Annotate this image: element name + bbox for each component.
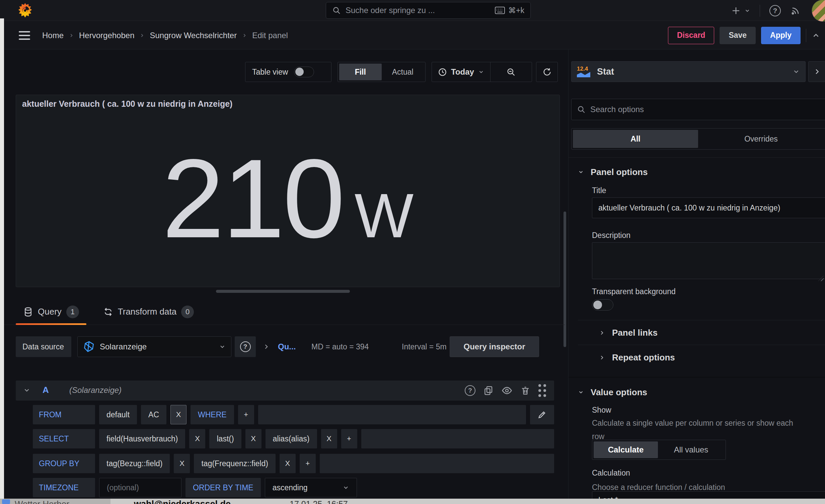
panel-resize-handle[interactable] — [216, 290, 350, 293]
chevron-right-icon — [69, 33, 74, 38]
description-textarea[interactable] — [592, 242, 825, 279]
discard-button[interactable]: Discard — [668, 27, 714, 44]
remove-tag-1-button[interactable]: X — [174, 454, 190, 473]
avatar[interactable] — [812, 0, 825, 22]
refresh-icon — [542, 67, 552, 77]
tab-query[interactable]: Query 1 — [16, 299, 86, 325]
datasource-picker[interactable]: Solaranzeige — [77, 336, 231, 357]
select-keyword[interactable]: SELECT — [33, 429, 95, 448]
remove-field-button[interactable]: X — [189, 429, 205, 448]
chevron-down-icon — [23, 387, 30, 394]
all-values-option[interactable]: All values — [658, 441, 724, 458]
breadcrumb-bar: Home Hervorgehoben Sungrow Wechselrichte… — [0, 21, 825, 50]
table-view-toggle[interactable] — [294, 67, 314, 77]
breadcrumb-home[interactable]: Home — [42, 31, 64, 40]
query-actions: ? — [465, 381, 546, 401]
global-search[interactable]: ⌘+k — [326, 2, 531, 19]
orderby-select[interactable]: ascending — [265, 478, 357, 497]
calculation-select[interactable]: Last * — [592, 491, 825, 499]
row-filler — [258, 405, 526, 424]
chevron-down-icon — [744, 8, 750, 14]
query-from-row: FROM default AC X WHERE + — [33, 405, 554, 424]
collapse-options-pane-button[interactable] — [808, 61, 825, 82]
add-select-button[interactable]: + — [341, 429, 357, 448]
options-search-input[interactable] — [590, 105, 820, 114]
remove-alias-button[interactable]: X — [321, 429, 337, 448]
add-groupby-button[interactable]: + — [300, 454, 316, 473]
copy-icon — [483, 386, 494, 396]
tab-query-label: Query — [38, 307, 62, 317]
tab-overrides[interactable]: Overrides — [698, 130, 824, 148]
apply-button[interactable]: Apply — [761, 27, 801, 44]
query-header[interactable]: A (Solaranzeige) ? — [16, 381, 554, 401]
tab-transform[interactable]: Transform data 0 — [96, 299, 201, 325]
search-input[interactable] — [346, 6, 495, 15]
remove-function-button[interactable]: X — [245, 429, 261, 448]
stat-value: 210 — [162, 143, 343, 255]
groupby-keyword[interactable]: GROUP BY — [33, 454, 95, 473]
groupby-tag-1[interactable]: tag(Bezug::field) — [99, 454, 170, 473]
remove-measurement-button[interactable]: X — [170, 405, 186, 424]
zoom-out-button[interactable] — [491, 62, 532, 82]
chevron-down-icon — [219, 343, 226, 350]
query-collapse-icon[interactable] — [23, 387, 30, 394]
timezone-keyword[interactable]: TIMEZONE — [33, 478, 95, 497]
value-options-section-header[interactable]: Value options — [578, 384, 647, 400]
add-where-button[interactable]: + — [238, 405, 254, 424]
select-function[interactable]: last() — [209, 429, 241, 448]
calculate-option[interactable]: Calculate — [594, 441, 658, 458]
max-data-points: MD = auto = 394 — [311, 336, 369, 357]
database-icon — [23, 307, 33, 317]
fill-option[interactable]: Fill — [339, 64, 382, 80]
time-range-picker[interactable]: Today — [432, 62, 490, 82]
duplicate-query-button[interactable] — [483, 386, 494, 396]
query-options-link[interactable]: Qu... — [278, 336, 296, 357]
query-help-button[interactable]: ? — [465, 385, 475, 396]
from-measurement[interactable]: AC — [141, 405, 166, 424]
add-button[interactable] — [731, 6, 750, 16]
where-keyword[interactable]: WHERE — [191, 405, 234, 424]
save-button[interactable]: Save — [720, 27, 756, 44]
title-input[interactable] — [592, 197, 825, 218]
datasource-help-button[interactable]: ? — [235, 336, 256, 357]
grafana-logo-icon[interactable] — [17, 3, 33, 18]
menu-toggle-icon[interactable] — [19, 31, 30, 40]
chevron-down-icon — [578, 169, 584, 175]
options-search[interactable] — [571, 99, 825, 120]
background-window-strip[interactable]: Wetter Herber wahl@niederkassel.de 17.01… — [0, 499, 825, 504]
repeat-options-section[interactable]: Repeat options — [569, 347, 825, 367]
select-field[interactable]: field(Hausverbrauch) — [99, 429, 185, 448]
refresh-button[interactable] — [536, 62, 558, 82]
breadcrumb-dashboard[interactable]: Sungrow Wechselrichter — [150, 31, 237, 40]
delete-query-button[interactable] — [520, 386, 530, 396]
from-keyword[interactable]: FROM — [33, 405, 95, 424]
toggle-query-visibility-button[interactable] — [502, 385, 512, 396]
chevron-right-icon — [813, 68, 821, 75]
visualization-picker[interactable]: 12.4 Stat — [571, 61, 806, 82]
panel-links-section[interactable]: Panel links — [569, 323, 825, 343]
query-options-expand-button[interactable] — [259, 336, 273, 357]
remove-tag-2-button[interactable]: X — [280, 454, 296, 473]
edit-panel-content: Table view Fill Actual Today aktueller V… — [4, 50, 568, 499]
transparent-background-toggle[interactable] — [592, 299, 613, 311]
time-range-label: Today — [451, 67, 474, 77]
timezone-input[interactable]: (optional) — [99, 478, 181, 497]
panel-options-section-header[interactable]: Panel options — [578, 164, 648, 180]
news-button[interactable] — [790, 5, 801, 16]
content-scrollbar[interactable] — [564, 212, 566, 347]
background-list-item: Wetter Herber — [15, 499, 69, 504]
select-alias[interactable]: alias(alias) — [266, 429, 317, 448]
query-inspector-button[interactable]: Query inspector — [450, 336, 539, 357]
stat-panel-preview[interactable]: aktueller Verbrauch ( ca. 100 w zu niedr… — [16, 95, 560, 287]
tab-all[interactable]: All — [573, 130, 698, 148]
actual-option[interactable]: Actual — [382, 64, 424, 80]
edit-query-button[interactable] — [530, 405, 554, 424]
help-button[interactable]: ? — [769, 5, 781, 16]
collapse-header-button[interactable] — [812, 31, 820, 40]
time-range-control: Today — [432, 62, 532, 82]
drag-handle-icon[interactable] — [538, 384, 546, 397]
from-policy[interactable]: default — [99, 405, 137, 424]
orderby-keyword[interactable]: ORDER BY TIME — [185, 478, 261, 497]
breadcrumb-folder[interactable]: Hervorgehoben — [79, 31, 134, 40]
groupby-tag-2[interactable]: tag(Frequenz::field) — [194, 454, 275, 473]
